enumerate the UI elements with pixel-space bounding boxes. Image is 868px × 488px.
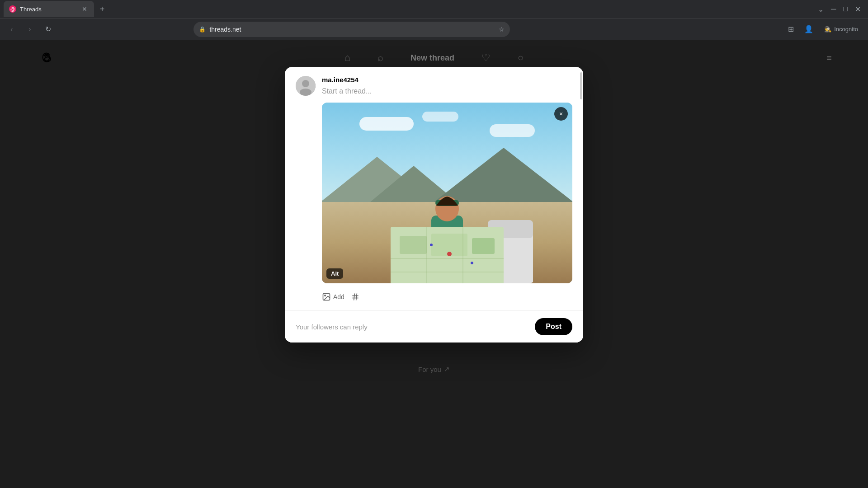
incognito-label: 🕵 Incognito [820,24,863,34]
active-tab[interactable]: @ Threads ✕ [4,1,94,17]
svg-point-1 [302,80,309,87]
svg-line-27 [354,294,355,300]
reply-permission[interactable]: Your followers can reply [296,323,368,331]
tab-favicon: @ [9,5,16,13]
image-scene [322,103,572,283]
page-content: ⌂ ⌕ New thread ♡ ○ ≡ For you ↗ [0,40,868,488]
image-close-button[interactable]: × [554,107,568,121]
image-preview: × Alt [322,103,572,283]
tab-title: Threads [20,6,77,13]
tab-search-icon[interactable]: ⌄ [818,5,824,14]
modal-overlay: ma.ine4254 Start a thread... [0,40,868,488]
minimize-button[interactable]: ─ [831,5,836,13]
back-button[interactable]: ‹ [5,23,18,36]
new-tab-button[interactable]: + [96,3,108,15]
new-thread-modal: ma.ine4254 Start a thread... [285,67,583,343]
refresh-button[interactable]: ↻ [42,23,54,36]
modal-footer: Your followers can reply Post [285,310,583,343]
hashtag-button[interactable] [351,292,360,301]
tab-bar: @ Threads ✕ + ⌄ ─ □ ✕ [0,0,868,18]
thread-placeholder[interactable]: Start a thread... [322,87,572,95]
profile-button[interactable]: 👤 [802,22,816,37]
extensions-button[interactable]: ⊞ [783,22,798,37]
modal-scrollbar[interactable] [580,67,583,343]
post-button[interactable]: Post [535,318,572,335]
forward-button[interactable]: › [24,23,36,36]
browser-chrome: @ Threads ✕ + ⌄ ─ □ ✕ ‹ › ↻ 🔒 threads.ne… [0,0,868,40]
maximize-button[interactable]: □ [843,5,848,13]
modal-scroll-area[interactable]: ma.ine4254 Start a thread... [285,67,583,310]
address-bar: ‹ › ↻ 🔒 threads.net ☆ ⊞ 👤 🕵 Incognito [0,18,868,40]
browser-toolbar-right: ⊞ 👤 🕵 Incognito [783,22,863,37]
incognito-icon: 🕵 [824,26,831,33]
close-window-button[interactable]: ✕ [855,5,861,14]
secure-icon: 🔒 [199,26,206,33]
username: ma.ine4254 [322,76,572,84]
tab-close-button[interactable]: ✕ [80,5,89,13]
cloud-3 [490,124,535,137]
cloud-1 [359,117,414,131]
url-bar[interactable]: 🔒 threads.net ☆ [193,22,510,37]
composer-right: ma.ine4254 Start a thread... [322,76,572,303]
user-avatar [296,76,316,96]
cloud-2 [422,112,458,122]
alt-button[interactable]: Alt [326,268,343,279]
modal-body: ma.ine4254 Start a thread... [285,67,583,310]
svg-point-24 [325,295,326,296]
person-scene [361,139,533,283]
svg-rect-11 [400,236,427,254]
bookmark-icon[interactable]: ☆ [499,26,505,33]
svg-point-19 [430,244,433,246]
svg-point-18 [447,252,452,256]
svg-point-2 [300,89,311,96]
thread-composer: ma.ine4254 Start a thread... [296,76,572,303]
composer-toolbar: Add [322,287,572,303]
close-icon: × [559,110,563,117]
url-text: threads.net [209,26,495,33]
scrollbar-thumb [580,72,582,99]
svg-point-20 [471,262,473,264]
svg-rect-13 [472,238,495,254]
svg-line-28 [356,294,357,300]
add-media-button[interactable]: Add [322,292,344,301]
window-controls: ⌄ ─ □ ✕ [818,5,864,14]
